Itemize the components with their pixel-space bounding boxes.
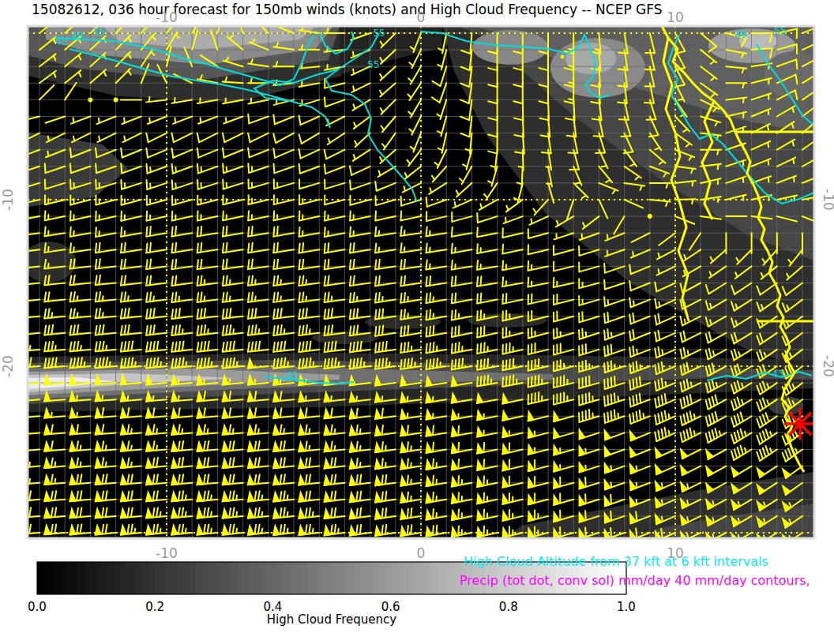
site-marker (784, 408, 816, 440)
forecast-page: 15082612, 036 hour forecast for 150mb wi… (0, 0, 834, 644)
colorbar-caption: High Cloud Frequency (37, 612, 626, 627)
contour-label: 43 (55, 36, 67, 47)
svg-text:-20: -20 (821, 355, 834, 377)
svg-text:-10: -10 (0, 189, 16, 211)
cloud-altitude-legend: High Cloud Altitude from 37 kft at 6 kft… (464, 554, 768, 569)
contour-label: 49 (71, 30, 83, 41)
svg-text:-20: -20 (0, 355, 16, 377)
svg-text:10: 10 (667, 9, 684, 25)
svg-text:0: 0 (417, 9, 426, 25)
contour-label: 55 (373, 28, 385, 39)
svg-text:-10: -10 (821, 189, 834, 211)
contour-label: 43 (286, 370, 298, 381)
precip-legend: Precip (tot dot, conv sol) mm/day 40 mm/… (460, 573, 810, 588)
contour-label: 43 (772, 369, 783, 380)
contour-label: 55 (367, 59, 379, 70)
colorbar: 0.00.20.40.60.81.0 (28, 562, 636, 614)
svg-text:0: 0 (417, 545, 426, 561)
contour-label: 49 (734, 29, 746, 40)
forecast-map-canvas: 434955555549554343-10010-10010-10-20-10-… (0, 0, 834, 644)
svg-text:-10: -10 (156, 9, 178, 25)
svg-text:-10: -10 (156, 545, 178, 561)
contour-label: 55 (93, 27, 105, 38)
